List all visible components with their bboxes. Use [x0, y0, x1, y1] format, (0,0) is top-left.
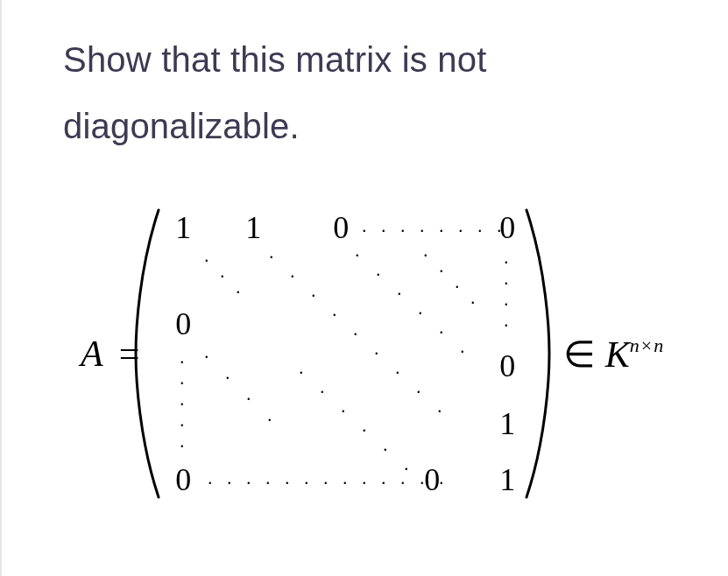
ddots-icon: · [332, 306, 342, 324]
ddots-icon: · [341, 403, 350, 420]
ddots-icon: · [355, 247, 364, 264]
rhs-set-membership: ∈ Kn×n [563, 333, 663, 376]
vdots-icon: · [180, 375, 189, 392]
ddots-icon: · [362, 422, 371, 439]
ddots-icon: · [204, 348, 214, 366]
vdots-icon: · [180, 438, 189, 455]
vdots-icon: · [180, 396, 189, 413]
dimension-exponent: n×n [630, 334, 663, 356]
ddots-icon: · [395, 364, 405, 382]
ddots-icon: · [397, 285, 406, 303]
vdots-icon: · [504, 317, 513, 334]
ddots-icon: · [437, 403, 447, 420]
ddots-icon: · [220, 268, 230, 285]
matrix-entry: 1 [490, 464, 525, 495]
ddots-icon: · [416, 383, 426, 401]
matrix-entry: 0 [490, 350, 525, 382]
set-symbol: K [605, 334, 630, 375]
hdots-icon: · · · · · · · · [362, 222, 506, 240]
matrix: 1 1 0 0 · · · · · · · · 0 0 · · · · · 0 … [159, 212, 527, 495]
matrix-entry: 1 [236, 212, 271, 243]
vdots-icon: · [504, 275, 513, 292]
matrix-entry: 1 [490, 408, 525, 439]
vdots-icon: · [180, 417, 189, 434]
ddots-icon: · [383, 441, 392, 459]
ddots-icon: · [225, 369, 235, 387]
ddots-icon: · [311, 287, 321, 305]
matrix-entry: 1 [166, 212, 201, 243]
matrix-body: 1 1 0 0 · · · · · · · · 0 0 · · · · · 0 … [159, 212, 527, 495]
vdots-icon: · [504, 254, 513, 271]
matrix-equation: A = 1 1 0 0 · · · · · · · · 0 0 · [63, 212, 693, 495]
element-of-icon: ∈ [563, 334, 596, 375]
ddots-icon: · [439, 324, 449, 341]
ddots-icon: · [423, 247, 433, 264]
ddots-icon: · [439, 263, 449, 280]
matrix-entry: 0 [166, 308, 201, 340]
matrix-entry: 0 [323, 212, 358, 243]
ddots-icon: · [470, 294, 480, 312]
vdots-icon: · [504, 296, 513, 313]
problem-statement: Show that this matrix is not diagonaliza… [63, 26, 693, 159]
ddots-icon: · [460, 343, 470, 361]
ddots-icon: · [299, 364, 308, 382]
ddots-icon: · [204, 252, 214, 270]
ddots-icon: · [376, 266, 385, 284]
vdots-icon: · [180, 354, 189, 371]
equals-sign: = [119, 333, 140, 375]
ddots-icon: · [353, 326, 363, 343]
lhs-symbol: A [81, 333, 103, 375]
ddots-icon: · [246, 390, 256, 408]
ddots-icon: · [374, 345, 384, 362]
ddots-icon: · [455, 278, 464, 296]
ddots-icon: · [267, 411, 277, 429]
ddots-icon: · [320, 383, 329, 401]
ddots-icon: · [404, 460, 413, 478]
matrix-entry: 0 [166, 464, 201, 495]
ddots-icon: · [269, 249, 279, 266]
ddots-icon: · [290, 268, 300, 285]
ddots-icon: · [418, 305, 428, 322]
ddots-icon: · [236, 284, 245, 301]
page: Show that this matrix is not diagonaliza… [0, 0, 728, 576]
